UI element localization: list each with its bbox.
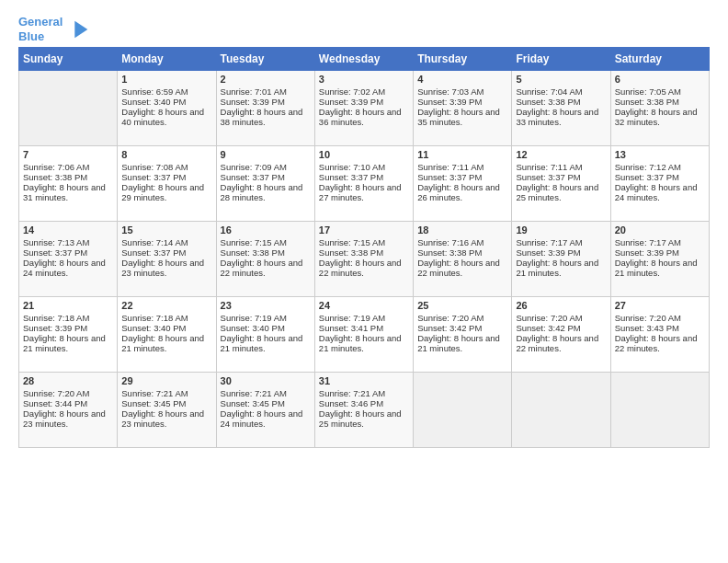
calendar-cell: 2Sunrise: 7:01 AMSunset: 3:39 PMDaylight…	[216, 71, 314, 146]
sunset-text: Sunset: 3:37 PM	[221, 172, 285, 182]
day-number: 18	[417, 224, 507, 236]
sunrise-text: Sunrise: 7:11 AM	[516, 162, 582, 172]
daylight-text: Daylight: 8 hours and 26 minutes.	[417, 182, 500, 202]
sunset-text: Sunset: 3:38 PM	[23, 172, 87, 182]
calendar-cell: 19Sunrise: 7:17 AMSunset: 3:39 PMDayligh…	[512, 222, 610, 297]
sunset-text: Sunset: 3:40 PM	[121, 97, 186, 107]
daylight-text: Daylight: 8 hours and 21 minutes.	[121, 333, 204, 353]
sunrise-text: Sunrise: 7:01 AM	[221, 86, 287, 97]
day-number: 31	[319, 375, 409, 386]
daylight-text: Daylight: 8 hours and 24 minutes.	[23, 258, 106, 278]
daylight-text: Daylight: 8 hours and 21 minutes.	[516, 258, 598, 278]
calendar-cell: 14Sunrise: 7:13 AMSunset: 3:37 PMDayligh…	[19, 222, 118, 297]
daylight-text: Daylight: 8 hours and 22 minutes.	[319, 258, 402, 278]
day-number: 17	[319, 224, 409, 236]
day-number: 5	[516, 74, 606, 85]
daylight-text: Daylight: 8 hours and 35 minutes.	[417, 107, 500, 127]
calendar-cell: 7Sunrise: 7:06 AMSunset: 3:38 PMDaylight…	[19, 146, 118, 222]
daylight-text: Daylight: 8 hours and 25 minutes.	[319, 408, 402, 429]
day-number: 8	[121, 149, 211, 160]
sunrise-text: Sunrise: 7:20 AM	[615, 313, 681, 323]
daylight-text: Daylight: 8 hours and 21 minutes.	[221, 333, 303, 353]
day-number: 6	[615, 74, 705, 85]
logo: GeneralBlue	[18, 15, 92, 43]
sunset-text: Sunset: 3:42 PM	[417, 323, 482, 333]
sunrise-text: Sunrise: 7:19 AM	[319, 313, 385, 323]
daylight-text: Daylight: 8 hours and 24 minutes.	[615, 182, 698, 202]
day-number: 13	[615, 149, 705, 160]
day-number: 24	[319, 300, 409, 311]
calendar-cell: 6Sunrise: 7:05 AMSunset: 3:38 PMDaylight…	[610, 71, 709, 146]
sunrise-text: Sunrise: 7:08 AM	[121, 162, 188, 172]
weekday-header: Tuesday	[216, 48, 314, 71]
weekday-header: Saturday	[610, 48, 709, 71]
sunset-text: Sunset: 3:44 PM	[23, 398, 87, 408]
daylight-text: Daylight: 8 hours and 21 minutes.	[23, 333, 106, 353]
calendar-header-row: SundayMondayTuesdayWednesdayThursdayFrid…	[19, 48, 710, 71]
sunset-text: Sunset: 3:37 PM	[516, 172, 580, 182]
calendar-cell: 18Sunrise: 7:16 AMSunset: 3:38 PMDayligh…	[414, 222, 512, 297]
daylight-text: Daylight: 8 hours and 33 minutes.	[516, 107, 598, 127]
sunset-text: Sunset: 3:39 PM	[516, 247, 580, 258]
sunset-text: Sunset: 3:46 PM	[319, 398, 383, 408]
svg-marker-0	[75, 20, 88, 38]
day-number: 12	[516, 149, 606, 160]
sunrise-text: Sunrise: 7:04 AM	[516, 86, 582, 97]
calendar-cell: 11Sunrise: 7:11 AMSunset: 3:37 PMDayligh…	[414, 146, 512, 222]
day-number: 14	[23, 224, 113, 236]
sunset-text: Sunset: 3:40 PM	[221, 323, 285, 333]
day-number: 3	[319, 74, 409, 85]
daylight-text: Daylight: 8 hours and 32 minutes.	[615, 107, 698, 127]
daylight-text: Daylight: 8 hours and 40 minutes.	[121, 107, 204, 127]
sunrise-text: Sunrise: 7:20 AM	[23, 388, 89, 398]
calendar-cell: 3Sunrise: 7:02 AMSunset: 3:39 PMDaylight…	[314, 71, 413, 146]
sunrise-text: Sunrise: 7:17 AM	[516, 237, 582, 247]
calendar-cell: 16Sunrise: 7:15 AMSunset: 3:38 PMDayligh…	[216, 222, 314, 297]
day-number: 10	[319, 149, 409, 160]
sunset-text: Sunset: 3:37 PM	[417, 172, 482, 182]
sunrise-text: Sunrise: 7:20 AM	[417, 313, 483, 323]
calendar-cell: 27Sunrise: 7:20 AMSunset: 3:43 PMDayligh…	[610, 297, 709, 373]
calendar-cell: 15Sunrise: 7:14 AMSunset: 3:37 PMDayligh…	[118, 222, 216, 297]
sunrise-text: Sunrise: 7:19 AM	[221, 313, 287, 323]
daylight-text: Daylight: 8 hours and 23 minutes.	[121, 408, 204, 429]
sunset-text: Sunset: 3:43 PM	[615, 323, 679, 333]
sunrise-text: Sunrise: 7:11 AM	[417, 162, 483, 172]
day-number: 1	[121, 74, 211, 85]
calendar-week-row: 1Sunrise: 6:59 AMSunset: 3:40 PMDaylight…	[19, 71, 710, 146]
daylight-text: Daylight: 8 hours and 23 minutes.	[121, 258, 204, 278]
sunset-text: Sunset: 3:37 PM	[121, 247, 186, 258]
calendar-week-row: 21Sunrise: 7:18 AMSunset: 3:39 PMDayligh…	[19, 297, 710, 373]
daylight-text: Daylight: 8 hours and 21 minutes.	[615, 258, 698, 278]
sunrise-text: Sunrise: 7:21 AM	[221, 388, 287, 398]
sunset-text: Sunset: 3:37 PM	[319, 172, 383, 182]
sunset-text: Sunset: 3:39 PM	[23, 323, 87, 333]
sunrise-text: Sunrise: 7:15 AM	[319, 237, 385, 247]
sunset-text: Sunset: 3:39 PM	[319, 97, 383, 107]
day-number: 11	[417, 149, 507, 160]
sunset-text: Sunset: 3:38 PM	[615, 97, 679, 107]
day-number: 19	[516, 224, 606, 236]
day-number: 2	[221, 74, 311, 85]
day-number: 9	[221, 149, 311, 160]
sunrise-text: Sunrise: 7:14 AM	[121, 237, 188, 247]
day-number: 28	[23, 375, 113, 386]
sunset-text: Sunset: 3:39 PM	[221, 97, 285, 107]
daylight-text: Daylight: 8 hours and 21 minutes.	[319, 333, 402, 353]
weekday-header: Thursday	[414, 48, 512, 71]
daylight-text: Daylight: 8 hours and 22 minutes.	[615, 333, 698, 353]
header: GeneralBlue	[18, 15, 710, 43]
calendar-cell: 24Sunrise: 7:19 AMSunset: 3:41 PMDayligh…	[314, 297, 413, 373]
daylight-text: Daylight: 8 hours and 25 minutes.	[516, 182, 598, 202]
weekday-header: Wednesday	[314, 48, 413, 71]
daylight-text: Daylight: 8 hours and 27 minutes.	[319, 182, 402, 202]
calendar-week-row: 7Sunrise: 7:06 AMSunset: 3:38 PMDaylight…	[19, 146, 710, 222]
sunset-text: Sunset: 3:39 PM	[615, 247, 679, 258]
sunrise-text: Sunrise: 6:59 AM	[121, 86, 188, 97]
daylight-text: Daylight: 8 hours and 23 minutes.	[23, 408, 106, 429]
calendar-cell: 26Sunrise: 7:20 AMSunset: 3:42 PMDayligh…	[512, 297, 610, 373]
calendar-cell: 25Sunrise: 7:20 AMSunset: 3:42 PMDayligh…	[414, 297, 512, 373]
weekday-header: Friday	[512, 48, 610, 71]
day-number: 23	[221, 300, 311, 311]
day-number: 21	[23, 300, 113, 311]
